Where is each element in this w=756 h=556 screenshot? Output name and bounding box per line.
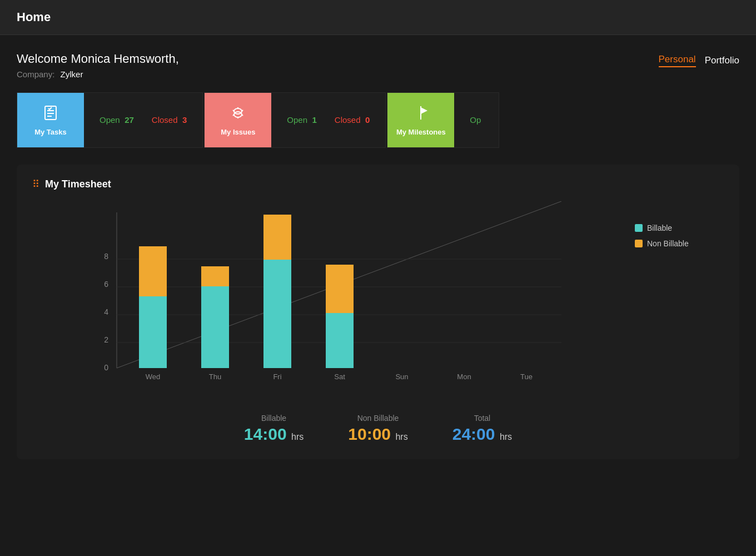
grid-icon: ⠿ (32, 178, 39, 190)
milestones-icon (412, 104, 430, 126)
total-time: 24:00 (452, 425, 495, 443)
milestones-open-label: Op (470, 115, 481, 125)
billable-dot (635, 224, 643, 232)
timesheet-title: My Timesheet (45, 178, 111, 190)
svg-text:Mon: Mon (457, 373, 471, 381)
total-summary-label: Total (452, 414, 512, 423)
bar-sat-billable (326, 313, 354, 368)
issues-label: My Issues (221, 128, 255, 136)
milestones-open-stat: Op (470, 115, 483, 125)
portfolio-button[interactable]: Portfolio (705, 55, 739, 66)
company-name: Zylker (61, 70, 83, 79)
tasks-icon (42, 104, 59, 126)
tasks-open-label: Open (100, 115, 120, 125)
billable-summary-label: Billable (244, 414, 304, 423)
view-toggle: Personal Portfolio (659, 54, 739, 67)
issues-open-label: Open (287, 115, 307, 125)
svg-text:Fri: Fri (273, 373, 281, 381)
tasks-closed-stat: Closed 3 (152, 115, 187, 125)
issues-closed-value: 0 (365, 115, 370, 125)
issues-stats: Open 1 Closed 0 (271, 115, 385, 125)
welcome-greeting: Welcome Monica Hemsworth, (17, 52, 179, 66)
bar-wed-nonbillable (139, 246, 167, 296)
svg-text:4: 4 (104, 307, 108, 316)
nonbillable-time: 10:00 (348, 425, 391, 443)
welcome-left: Welcome Monica Hemsworth, Company: Zylke… (17, 52, 179, 79)
svg-text:Sun: Sun (395, 373, 408, 381)
svg-text:6: 6 (104, 280, 108, 289)
bar-thu-billable (201, 286, 229, 368)
issues-open-value: 1 (312, 115, 317, 125)
issues-icon (229, 104, 247, 126)
legend-billable: Billable (635, 224, 713, 232)
tasks-closed-label: Closed (152, 115, 178, 125)
chart-main: 0 2 4 6 8 Wed (32, 201, 624, 404)
tasks-card[interactable]: My Tasks Open 27 Closed 3 (17, 92, 203, 148)
total-summary: Total 24:00 hrs (452, 414, 512, 444)
billable-time: 14:00 (244, 425, 287, 443)
svg-line-6 (233, 110, 234, 111)
total-summary-value: 24:00 hrs (452, 425, 512, 444)
app-header: Home (0, 0, 756, 35)
bar-thu-nonbillable (201, 266, 229, 286)
tasks-stats: Open 27 Closed 3 (84, 115, 202, 125)
issues-closed-stat: Closed 0 (335, 115, 370, 125)
nonbillable-summary-label: Non Billable (348, 414, 407, 423)
issues-open-stat: Open 1 (287, 115, 317, 125)
company-label: Company: (17, 70, 54, 79)
svg-line-9 (242, 115, 243, 116)
chart-legend: Billable Non Billable (635, 201, 724, 404)
svg-text:8: 8 (104, 252, 108, 261)
svg-text:2: 2 (104, 335, 108, 344)
issues-icon-block: My Issues (205, 93, 271, 147)
total-unit: hrs (500, 432, 512, 441)
nonbillable-summary-value: 10:00 hrs (348, 425, 407, 444)
svg-line-8 (233, 115, 234, 116)
billable-legend-label: Billable (647, 224, 672, 232)
timesheet-header: ⠿ My Timesheet (32, 178, 724, 190)
page-title: Home (17, 10, 51, 24)
main-content: Welcome Monica Hemsworth, Company: Zylke… (0, 35, 756, 476)
bar-fri-billable (263, 260, 291, 368)
milestones-icon-block: My Milestones (387, 93, 454, 147)
personal-button[interactable]: Personal (659, 54, 696, 67)
issues-card[interactable]: My Issues Open 1 Closed 0 (204, 92, 386, 148)
issues-closed-label: Closed (335, 115, 361, 125)
nonbillable-dot (635, 240, 643, 247)
billable-unit: hrs (291, 432, 304, 441)
summary-row: Billable 14:00 hrs Non Billable 10:00 hr… (32, 414, 724, 444)
bar-sat-nonbillable (326, 265, 354, 313)
timesheet-card: ⠿ My Timesheet 0 2 4 6 8 (17, 165, 739, 459)
nonbillable-unit: hrs (395, 432, 407, 441)
milestones-stats: Op (454, 115, 499, 125)
milestones-label: My Milestones (396, 128, 446, 136)
billable-summary-value: 14:00 hrs (244, 425, 304, 444)
nonbillable-summary: Non Billable 10:00 hrs (348, 414, 407, 444)
tasks-open-stat: Open 27 (100, 115, 134, 125)
legend-nonbillable: Non Billable (635, 239, 713, 248)
welcome-row: Welcome Monica Hemsworth, Company: Zylke… (17, 52, 739, 79)
bar-fri-nonbillable (263, 215, 291, 260)
billable-summary: Billable 14:00 hrs (244, 414, 304, 444)
milestones-card[interactable]: My Milestones Op (387, 92, 499, 148)
svg-text:0: 0 (104, 363, 108, 372)
cards-row: My Tasks Open 27 Closed 3 (17, 92, 739, 148)
bar-wed-billable (139, 296, 167, 368)
svg-line-7 (242, 110, 243, 111)
svg-marker-13 (421, 107, 427, 114)
timesheet-svg: 0 2 4 6 8 Wed (32, 201, 624, 401)
svg-text:Wed: Wed (146, 373, 161, 381)
svg-text:Sat: Sat (334, 373, 345, 381)
tasks-closed-value: 3 (182, 115, 187, 125)
chart-area: 0 2 4 6 8 Wed (32, 201, 724, 404)
svg-text:Tue: Tue (520, 373, 533, 381)
tasks-label: My Tasks (34, 128, 67, 136)
nonbillable-legend-label: Non Billable (647, 239, 689, 248)
tasks-icon-block: My Tasks (17, 93, 84, 147)
company-row: Company: Zylker (17, 70, 179, 79)
tasks-open-value: 27 (125, 115, 134, 125)
svg-text:Thu: Thu (209, 373, 221, 381)
